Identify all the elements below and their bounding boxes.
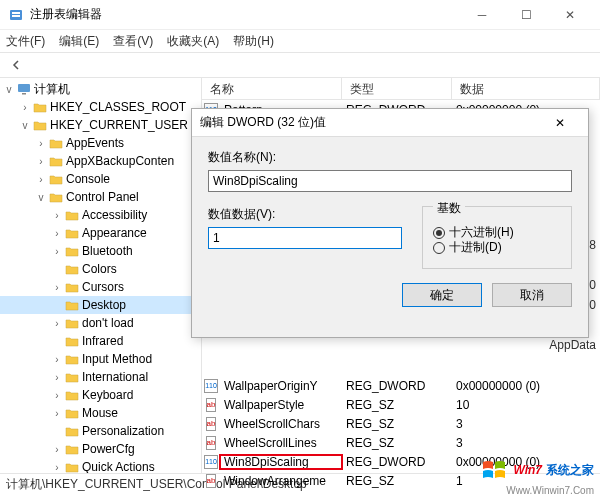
folder-icon <box>64 406 80 420</box>
value-name: Win8DpiScaling <box>220 455 342 469</box>
twisty-icon[interactable]: › <box>50 372 64 383</box>
folder-icon <box>64 244 80 258</box>
cancel-button[interactable]: 取消 <box>492 283 572 307</box>
tree-label: Input Method <box>82 352 152 366</box>
tree-label: Bluetooth <box>82 244 133 258</box>
folder-icon <box>32 100 48 114</box>
svg-rect-4 <box>22 93 26 95</box>
minimize-button[interactable]: ─ <box>460 0 504 30</box>
radio-dec-icon[interactable] <box>433 242 445 254</box>
twisty-icon[interactable]: › <box>50 318 64 329</box>
list-row[interactable]: abWheelScrollCharsREG_SZ3 <box>202 414 600 433</box>
titlebar: 注册表编辑器 ─ ☐ ✕ <box>0 0 600 30</box>
twisty-icon[interactable]: › <box>50 408 64 419</box>
value-name: WallpaperOriginY <box>220 379 342 393</box>
twisty-icon[interactable]: v <box>18 120 32 131</box>
tree-item[interactable]: ›Console <box>0 170 201 188</box>
tree-label: Cursors <box>82 280 124 294</box>
base-legend: 基数 <box>433 200 465 217</box>
folder-icon <box>64 460 80 473</box>
tree-item[interactable]: vControl Panel <box>0 188 201 206</box>
folder-icon <box>48 172 64 186</box>
tree-item[interactable]: ›PowerCfg <box>0 440 201 458</box>
tree-item[interactable]: ›Quick Actions <box>0 458 201 473</box>
tree-label: AppEvents <box>66 136 124 150</box>
menu-view[interactable]: 查看(V) <box>113 33 153 50</box>
twisty-icon[interactable]: › <box>50 354 64 365</box>
list-row[interactable]: abWheelScrollLinesREG_SZ3 <box>202 433 600 452</box>
tree-label: International <box>82 370 148 384</box>
tree-label: Quick Actions <box>82 460 155 473</box>
tree-item[interactable]: ›International <box>0 368 201 386</box>
tree-item[interactable]: ›Bluetooth <box>0 242 201 260</box>
tree-item[interactable]: ›AppXBackupConten <box>0 152 201 170</box>
tree-item[interactable]: ›Appearance <box>0 224 201 242</box>
tree-label: HKEY_CLASSES_ROOT <box>50 100 186 114</box>
string-value-icon: ab <box>206 436 217 450</box>
watermark: Win7系统之家 Www.Winwin7.Com <box>481 458 594 482</box>
radio-hex-icon[interactable] <box>433 227 445 239</box>
twisty-icon[interactable]: › <box>50 390 64 401</box>
value-name: WheelScrollLines <box>220 436 342 450</box>
radio-dec[interactable]: 十进制(D) <box>433 239 561 256</box>
twisty-icon[interactable]: v <box>34 192 48 203</box>
tree-pane[interactable]: v 计算机 ›HKEY_CLASSES_ROOTvHKEY_CURRENT_US… <box>0 78 202 473</box>
dialog-close-button[interactable]: ✕ <box>540 109 580 137</box>
svg-rect-1 <box>12 12 20 14</box>
twisty-icon[interactable]: v <box>2 84 16 95</box>
twisty-icon[interactable]: › <box>50 444 64 455</box>
twisty-icon[interactable]: › <box>34 174 48 185</box>
twisty-icon[interactable]: › <box>50 246 64 257</box>
ok-button[interactable]: 确定 <box>402 283 482 307</box>
tree-item[interactable]: Infrared <box>0 332 201 350</box>
tree-item[interactable]: vHKEY_CURRENT_USER <box>0 116 201 134</box>
maximize-button[interactable]: ☐ <box>504 0 548 30</box>
watermark-brand1: Win7 <box>513 463 542 477</box>
tree-item[interactable]: ›AppEvents <box>0 134 201 152</box>
tree-item[interactable]: ›Input Method <box>0 350 201 368</box>
tree-item[interactable]: Personalization <box>0 422 201 440</box>
menu-help[interactable]: 帮助(H) <box>233 33 274 50</box>
close-button[interactable]: ✕ <box>548 0 592 30</box>
value-type: REG_SZ <box>342 417 452 431</box>
twisty-icon[interactable]: › <box>50 462 64 473</box>
list-row[interactable]: abWallpaperStyleREG_SZ10 <box>202 395 600 414</box>
folder-icon <box>64 226 80 240</box>
tree-item[interactable]: ›Mouse <box>0 404 201 422</box>
tree-root[interactable]: v 计算机 <box>0 80 201 98</box>
folder-icon <box>48 190 64 204</box>
nav-back-icon[interactable] <box>4 55 28 75</box>
tree-label: Colors <box>82 262 117 276</box>
peek-data: 0 <box>589 298 596 312</box>
tree-item[interactable]: Colors <box>0 260 201 278</box>
tree-item[interactable]: ›HKEY_CLASSES_ROOT <box>0 98 201 116</box>
tree-item[interactable]: ›Cursors <box>0 278 201 296</box>
twisty-icon[interactable]: › <box>18 102 32 113</box>
tree-item[interactable]: ›don't load <box>0 314 201 332</box>
col-data[interactable]: 数据 <box>452 78 600 99</box>
list-row[interactable]: 110WallpaperOriginYREG_DWORD0x00000000 (… <box>202 376 600 395</box>
folder-icon <box>64 352 80 366</box>
tree-item[interactable]: Desktop <box>0 296 201 314</box>
tree-label: HKEY_CURRENT_USER <box>50 118 188 132</box>
folder-icon <box>64 334 80 348</box>
value-name: WindowArrangeme <box>220 474 342 488</box>
tree-label: Keyboard <box>82 388 133 402</box>
string-value-icon: ab <box>206 417 217 431</box>
twisty-icon[interactable]: › <box>50 282 64 293</box>
col-name[interactable]: 名称 <box>202 78 342 99</box>
twisty-icon[interactable]: › <box>34 138 48 149</box>
value-data-input[interactable] <box>208 227 402 249</box>
menu-file[interactable]: 文件(F) <box>6 33 45 50</box>
menu-edit[interactable]: 编辑(E) <box>59 33 99 50</box>
tree-item[interactable]: ›Keyboard <box>0 386 201 404</box>
twisty-icon[interactable]: › <box>50 210 64 221</box>
twisty-icon[interactable]: › <box>34 156 48 167</box>
twisty-icon[interactable]: › <box>50 228 64 239</box>
value-data: 3 <box>452 436 467 450</box>
value-name-label: 数值名称(N): <box>208 149 572 166</box>
tree-item[interactable]: ›Accessibility <box>0 206 201 224</box>
value-name-input[interactable] <box>208 170 572 192</box>
col-type[interactable]: 类型 <box>342 78 452 99</box>
menu-favorites[interactable]: 收藏夹(A) <box>167 33 219 50</box>
